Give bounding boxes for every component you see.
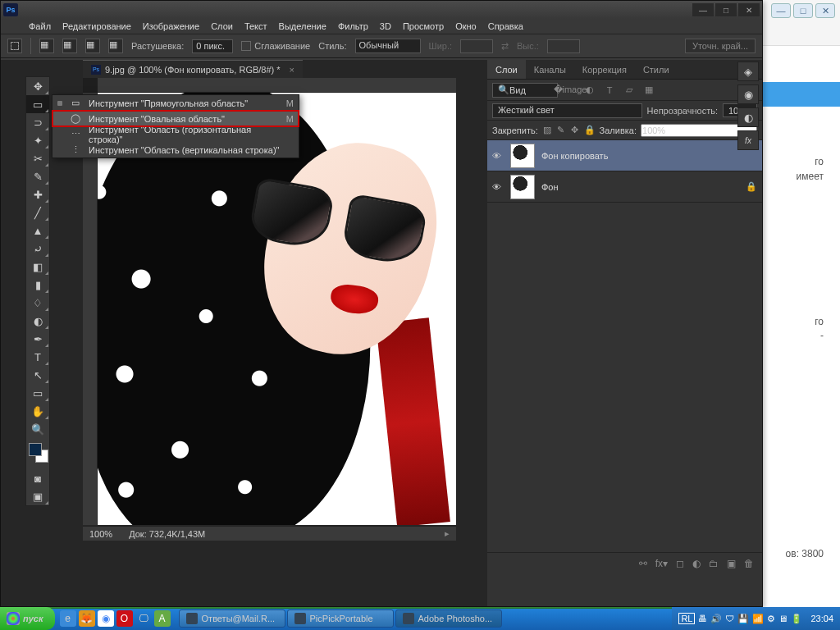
- style-select[interactable]: Обычный: [355, 39, 421, 53]
- screenmode-tool[interactable]: ▣: [26, 487, 49, 505]
- layer-row[interactable]: 👁Фон копировать: [487, 140, 762, 171]
- filter-shape-icon[interactable]: ▱: [622, 83, 637, 98]
- taskbar-task[interactable]: PicPickPortable: [287, 609, 394, 628]
- feather-input[interactable]: [192, 39, 233, 53]
- type-tool[interactable]: T: [26, 348, 49, 366]
- layer-group-icon[interactable]: 🗀: [709, 558, 719, 569]
- ql-opera-icon[interactable]: O: [116, 610, 133, 627]
- lasso-tool[interactable]: ⊃: [26, 113, 49, 131]
- panel-tab-Коррекция[interactable]: Коррекция: [574, 60, 635, 79]
- layer-thumbnail[interactable]: [510, 175, 535, 199]
- dock-swatches-icon[interactable]: ◐: [737, 107, 759, 127]
- menu-Текст[interactable]: Текст: [244, 21, 267, 31]
- panel-tab-Слои[interactable]: Слои: [487, 60, 526, 79]
- menu-Фильтр[interactable]: Фильтр: [338, 21, 368, 31]
- move-tool[interactable]: ✥: [26, 77, 49, 95]
- tray-icon[interactable]: 🛡: [725, 614, 734, 623]
- dock-color-icon[interactable]: ◉: [737, 84, 759, 104]
- tray-icon[interactable]: 💾: [737, 614, 749, 624]
- blur-tool[interactable]: ♢: [26, 294, 49, 312]
- marquee-tool[interactable]: ▭: [26, 95, 49, 113]
- layer-thumbnail[interactable]: [510, 144, 535, 168]
- quickmask-tool[interactable]: ◙: [26, 469, 49, 487]
- document-tab[interactable]: Ps 9.jpg @ 100% (Фон копировать, RGB/8#)…: [83, 60, 303, 78]
- filter-pixel-icon[interactable]: �image: [563, 83, 578, 98]
- lock-transparent-icon[interactable]: ▨: [542, 125, 552, 135]
- hand-tool[interactable]: ✋: [26, 402, 49, 420]
- tray-icon[interactable]: 🔊: [710, 614, 722, 624]
- bg-minimize[interactable]: —: [771, 3, 791, 18]
- lock-all-icon[interactable]: 🔒: [584, 125, 596, 135]
- ql-chrome-icon[interactable]: ◉: [98, 610, 114, 627]
- bg-close[interactable]: ✕: [815, 3, 835, 18]
- clock[interactable]: 23:04: [806, 614, 833, 623]
- titlebar[interactable]: Ps — □ ✕: [1, 1, 762, 19]
- menu-Справка[interactable]: Справка: [488, 21, 523, 31]
- menu-Просмотр[interactable]: Просмотр: [403, 21, 444, 31]
- ql-firefox-icon[interactable]: 🦊: [79, 610, 95, 627]
- menu-Изображение[interactable]: Изображение: [143, 21, 199, 31]
- tray-icon[interactable]: 🖥: [778, 614, 788, 623]
- dock-layers-icon[interactable]: ◈: [737, 62, 759, 81]
- bg-maximize[interactable]: □: [793, 3, 813, 18]
- lock-pixels-icon[interactable]: ✎: [556, 125, 566, 135]
- antialias-checkbox[interactable]: [241, 41, 251, 51]
- crop-tool[interactable]: ✂: [26, 149, 49, 167]
- flyout-item[interactable]: ▭Инструмент "Прямоугольная область"M: [52, 95, 299, 111]
- start-button[interactable]: пуск: [0, 607, 55, 630]
- adjustment-layer-icon[interactable]: ◐: [692, 558, 701, 569]
- tray-icon[interactable]: 📶: [752, 614, 764, 624]
- link-layers-icon[interactable]: ⚯: [639, 558, 647, 569]
- shape-tool[interactable]: ▭: [26, 384, 49, 402]
- new-layer-icon[interactable]: ▣: [727, 558, 736, 569]
- flyout-item[interactable]: ⋮Инструмент "Область (вертикальная строк…: [52, 142, 299, 158]
- history-brush-tool[interactable]: ⤾: [26, 240, 49, 258]
- panel-tab-Каналы[interactable]: Каналы: [526, 60, 574, 79]
- menu-Выделение[interactable]: Выделение: [279, 21, 326, 31]
- taskbar-task[interactable]: Adobe Photosho...: [395, 609, 502, 628]
- color-swatches[interactable]: [26, 441, 49, 469]
- menu-3D[interactable]: 3D: [380, 21, 391, 31]
- zoom-level[interactable]: 100%: [89, 529, 112, 539]
- brush-tool[interactable]: ╱: [26, 203, 49, 221]
- healing-tool[interactable]: ✚: [26, 185, 49, 203]
- close-button[interactable]: ✕: [738, 3, 760, 16]
- layer-filter-select[interactable]: 🔍 Вид: [492, 83, 558, 98]
- ruler-horizontal[interactable]: [98, 78, 456, 93]
- zoom-tool[interactable]: 🔍: [26, 420, 49, 438]
- layer-row[interactable]: 👁Фон🔒: [487, 171, 762, 203]
- gradient-tool[interactable]: ▮: [26, 276, 49, 294]
- stamp-tool[interactable]: ▲: [26, 221, 49, 240]
- visibility-icon[interactable]: 👁: [492, 151, 504, 161]
- doc-size[interactable]: Док: 732,4K/1,43M: [129, 529, 205, 539]
- filter-type-icon[interactable]: T: [602, 83, 617, 98]
- layer-mask-icon[interactable]: ◻: [676, 558, 684, 569]
- magic-wand-tool[interactable]: ✦: [26, 131, 49, 149]
- menu-Файл[interactable]: Файл: [29, 21, 51, 31]
- delete-layer-icon[interactable]: 🗑: [744, 558, 754, 569]
- taskbar-task[interactable]: Ответы@Mail.R...: [179, 609, 285, 628]
- flyout-item[interactable]: ⋯Инструмент "Область (горизонтальная стр…: [52, 126, 299, 142]
- menu-Окно[interactable]: Окно: [455, 21, 477, 31]
- minimize-button[interactable]: —: [692, 3, 714, 16]
- lang-indicator[interactable]: RL: [678, 613, 695, 624]
- menu-Слои[interactable]: Слои: [211, 21, 233, 31]
- new-selection-icon[interactable]: ▦: [39, 39, 54, 53]
- dodge-tool[interactable]: ◐: [26, 312, 49, 330]
- dock-styles-icon[interactable]: fx: [737, 130, 759, 150]
- tool-preset-icon[interactable]: [7, 39, 22, 53]
- visibility-icon[interactable]: 👁: [492, 182, 504, 192]
- subtract-selection-icon[interactable]: ▦: [85, 39, 100, 53]
- panel-tab-Стили[interactable]: Стили: [635, 60, 678, 79]
- layer-fx-icon[interactable]: fx▾: [655, 558, 668, 569]
- filter-adjust-icon[interactable]: ◐: [582, 83, 597, 98]
- pen-tool[interactable]: ✒: [26, 330, 49, 348]
- add-selection-icon[interactable]: ▦: [62, 39, 77, 53]
- menu-Редактирование[interactable]: Редактирование: [62, 21, 131, 31]
- eyedropper-tool[interactable]: ✎: [26, 167, 49, 185]
- tray-icon[interactable]: ⚙: [767, 614, 775, 624]
- status-arrow-icon[interactable]: ▸: [445, 528, 450, 539]
- filter-smart-icon[interactable]: ▦: [641, 83, 656, 98]
- path-tool[interactable]: ↖: [26, 366, 49, 384]
- intersect-selection-icon[interactable]: ▦: [108, 39, 123, 53]
